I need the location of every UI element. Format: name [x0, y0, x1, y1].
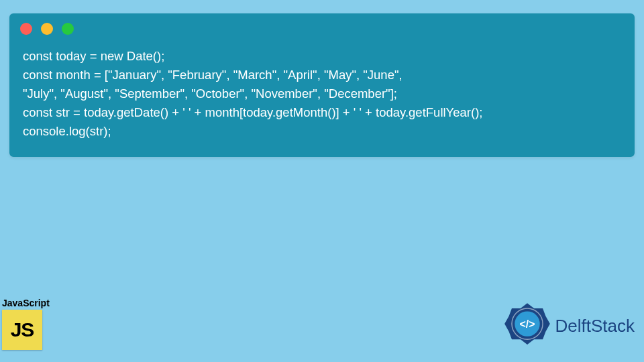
- close-icon: [20, 23, 32, 35]
- code-window: const today = new Date(); const month = …: [9, 13, 635, 157]
- brand-name: DelftStack: [555, 316, 635, 337]
- window-titlebar: [9, 13, 635, 38]
- svg-text:</>: </>: [519, 318, 535, 330]
- code-line: const str = today.getDate() + ' ' + mont…: [23, 105, 482, 119]
- code-line: const today = new Date();: [23, 49, 164, 63]
- code-block: const today = new Date(); const month = …: [9, 38, 635, 150]
- javascript-label: JavaScript: [2, 298, 57, 308]
- maximize-icon: [62, 23, 74, 35]
- minimize-icon: [41, 23, 53, 35]
- brand-logo: </> DelftStack: [503, 302, 635, 350]
- javascript-logo-text: JS: [11, 318, 34, 341]
- javascript-badge: JavaScript JS: [2, 298, 57, 350]
- javascript-logo-icon: JS: [2, 310, 42, 350]
- code-line: console.log(str);: [23, 124, 111, 138]
- code-line: const month = ["January", "February", "M…: [23, 68, 402, 82]
- brand-icon: </>: [503, 302, 551, 350]
- code-line: "July", "August", "September", "October"…: [23, 86, 397, 101]
